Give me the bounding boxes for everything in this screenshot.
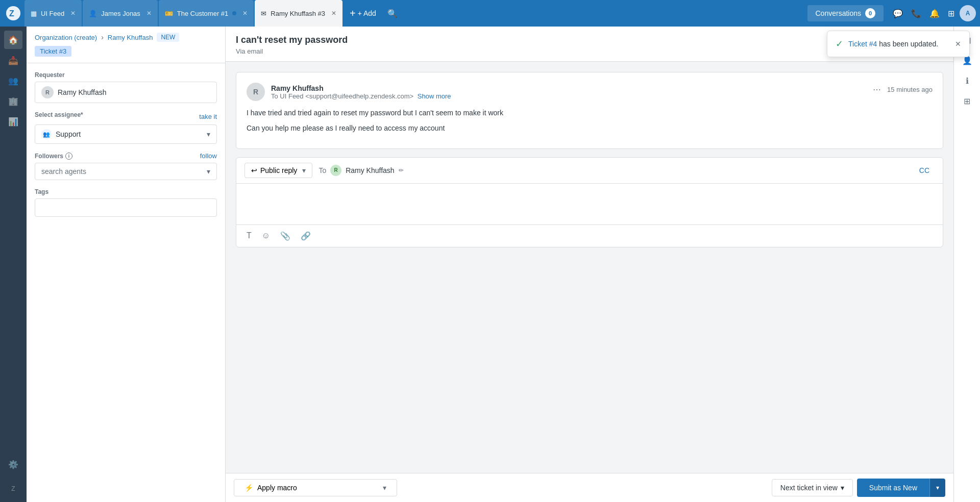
cc-button[interactable]: CC: [914, 164, 935, 177]
submit-dropdown-icon: ▾: [936, 484, 939, 491]
tab-close-ramy-khuffash[interactable]: ✕: [331, 10, 336, 17]
tab-ui-feed[interactable]: ▦ UI Feed ✕: [24, 0, 82, 27]
next-ticket-button[interactable]: Next ticket in view ▾: [772, 479, 853, 496]
unread-dot: [232, 11, 236, 15]
submit-dropdown-button[interactable]: ▾: [929, 479, 945, 497]
ticket-via: Via email: [236, 47, 348, 55]
sidebar-icon-users[interactable]: 👥: [4, 71, 22, 90]
requester-field[interactable]: R Ramy Khuffash: [35, 82, 217, 103]
reply-type-label: Public reply: [260, 166, 297, 174]
tab-james-jonas[interactable]: 👤 James Jonas ✕: [83, 0, 158, 27]
apply-macro-button[interactable]: ⚡ Apply macro ▾: [234, 479, 397, 496]
message-body: I have tried and tried again to reset my…: [247, 107, 933, 134]
search-agents-dropdown[interactable]: search agents ▾: [35, 163, 217, 180]
chat-icon-button[interactable]: 💬: [890, 6, 906, 21]
right-panel: ◀ 👤 ℹ ⊞: [953, 27, 980, 502]
tab-label: Ramy Khuffash #3: [271, 10, 325, 17]
message-timestamp: 15 minutes ago: [887, 86, 933, 93]
tab-the-customer[interactable]: 🎫 The Customer #1 ✕: [159, 0, 254, 27]
message-author: Ramy Khuffash: [271, 84, 451, 92]
plus-icon: +: [350, 8, 356, 19]
message-line-1: I have tried and tried again to reset my…: [247, 107, 933, 118]
message-to-text: To UI Feed <support@uifeedhelp.zendesk.c…: [271, 92, 413, 100]
toast-notification: ✓ Ticket #4 has been updated. ✕: [827, 31, 970, 57]
phone-icon-button[interactable]: 📞: [908, 6, 924, 21]
tab-close-the-customer[interactable]: ✕: [242, 10, 248, 17]
search-button[interactable]: 🔍: [383, 0, 402, 27]
reply-format-toolbar: T ☺ 📎 🔗: [236, 224, 943, 247]
submit-btn-group: Submit as New ▾: [857, 479, 945, 497]
chevron-down-icon: ▾: [207, 130, 210, 138]
reply-arrow-icon: ↩: [251, 166, 257, 174]
sidebar-icon-inbox[interactable]: 📥: [4, 51, 22, 69]
user-avatar-button[interactable]: A: [960, 5, 976, 21]
apply-macro-chevron-icon: ▾: [383, 484, 386, 492]
apps-icon-button[interactable]: ⊞: [945, 6, 958, 21]
reply-to-name: Ramy Khuffash: [346, 166, 394, 174]
reply-type-button[interactable]: ↩ Public reply ▾: [244, 163, 312, 178]
attachment-button[interactable]: 📎: [278, 229, 292, 243]
link-button[interactable]: 🔗: [299, 229, 313, 243]
right-panel-apps-icon[interactable]: ⊞: [958, 92, 976, 110]
sidebar-icon-zendesk[interactable]: Z: [4, 480, 22, 498]
breadcrumb-person[interactable]: Ramy Khuffash: [108, 34, 153, 41]
breadcrumb-org[interactable]: Organization (create): [35, 34, 97, 41]
sidebar-icon-reports[interactable]: 📊: [4, 112, 22, 131]
messages-area: R Ramy Khuffash To UI Feed <support@uife…: [226, 62, 953, 473]
sidebar-icon-home[interactable]: 🏠: [4, 31, 22, 49]
right-panel-info-icon[interactable]: ℹ: [958, 71, 976, 90]
take-it-link[interactable]: take it: [199, 113, 217, 120]
main-layout: 🏠 📥 👥 🏢 📊 ⚙️ Z Organization (create) › R…: [0, 27, 980, 502]
reply-toolbar: ↩ Public reply ▾ To R Ramy Khuffash ✏ CC: [236, 158, 943, 184]
followers-header: Followers i follow: [35, 152, 217, 160]
lightning-icon: ⚡: [244, 484, 253, 492]
assignee-inner: 👥 Support: [41, 129, 81, 139]
edit-recipient-icon[interactable]: ✏: [399, 167, 404, 174]
reply-area: ↩ Public reply ▾ To R Ramy Khuffash ✏ CC: [236, 157, 943, 247]
next-ticket-label: Next ticket in view: [780, 484, 838, 492]
message-options-button[interactable]: ⋯: [871, 83, 883, 96]
toast-message: has been updated.: [879, 40, 938, 48]
tab-label: James Jonas: [101, 10, 140, 17]
tags-input[interactable]: [35, 198, 217, 217]
sidebar-icon-organizations[interactable]: 🏢: [4, 92, 22, 110]
toast-check-icon: ✓: [836, 38, 843, 49]
logo: Z: [4, 4, 22, 22]
assignee-section: Select assignee* take it 👥 Support ▾: [35, 111, 217, 144]
left-panel-body: Requester R Ramy Khuffash Select assigne…: [27, 63, 225, 502]
conversations-button[interactable]: Conversations 0: [807, 5, 884, 21]
message-card: R Ramy Khuffash To UI Feed <support@uife…: [236, 72, 943, 149]
reply-body[interactable]: [236, 184, 943, 224]
message-meta: Ramy Khuffash To UI Feed <support@uifeed…: [271, 84, 451, 100]
tab-close-ui-feed[interactable]: ✕: [70, 10, 76, 17]
search-agents-placeholder: search agents: [41, 167, 86, 175]
bell-icon-button[interactable]: 🔔: [926, 6, 943, 21]
tab-icon-grid: ▦: [31, 10, 37, 17]
tab-close-james-jonas[interactable]: ✕: [146, 10, 152, 17]
toast-ticket-link[interactable]: Ticket #4: [848, 40, 877, 48]
tags-section: Tags: [35, 188, 217, 217]
toast-close-button[interactable]: ✕: [955, 40, 961, 48]
conversations-label: Conversations: [816, 9, 862, 17]
tab-icon-envelope: ✉: [261, 10, 266, 17]
bottom-bar: ⚡ Apply macro ▾ Next ticket in view ▾ Su…: [226, 473, 953, 502]
tab-icon-ticket: 🎫: [165, 10, 173, 17]
content-area: Organization (create) › Ramy Khuffash NE…: [27, 27, 980, 502]
sidebar-icon-settings[interactable]: ⚙️: [4, 455, 22, 473]
requester-label: Requester: [35, 71, 217, 79]
breadcrumb-ticket[interactable]: Ticket #3: [35, 46, 71, 57]
next-ticket-chevron-icon: ▾: [841, 484, 844, 492]
follow-link[interactable]: follow: [200, 152, 217, 160]
show-more-link[interactable]: Show more: [418, 92, 451, 100]
emoji-button[interactable]: ☺: [260, 229, 272, 242]
assignee-dropdown[interactable]: 👥 Support ▾: [35, 124, 217, 144]
message-sender: R Ramy Khuffash To UI Feed <support@uife…: [247, 83, 451, 101]
assignee-label: Select assignee*: [35, 111, 83, 118]
breadcrumb-status-badge: NEW: [157, 33, 179, 42]
submit-button[interactable]: Submit as New: [857, 479, 929, 497]
format-text-button[interactable]: T: [244, 229, 254, 242]
add-tab-button[interactable]: + + Add: [344, 0, 382, 27]
tab-ramy-khuffash[interactable]: ✉ Ramy Khuffash #3 ✕: [255, 0, 342, 27]
followers-text: Followers: [35, 153, 63, 160]
followers-info-icon[interactable]: i: [65, 153, 72, 160]
